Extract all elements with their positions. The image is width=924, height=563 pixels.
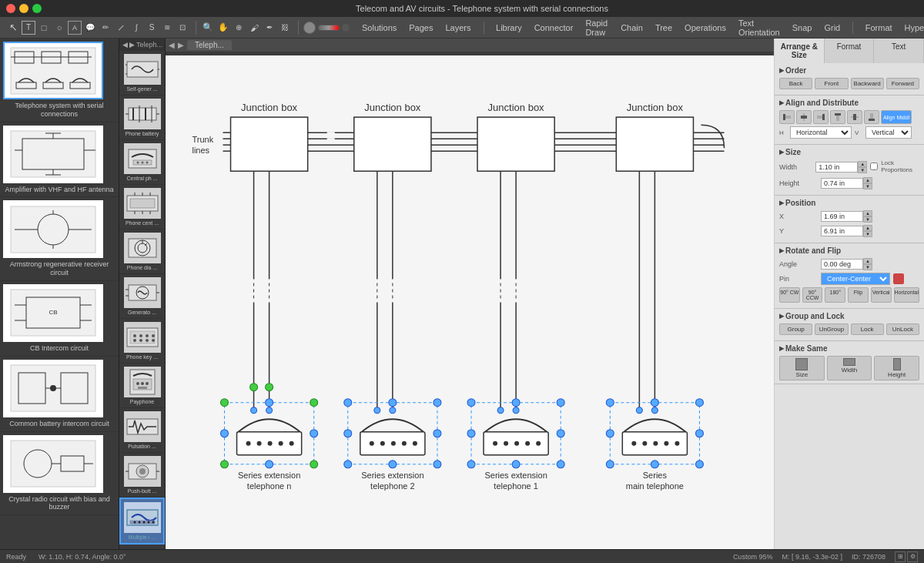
color-dot[interactable] bbox=[342, 24, 350, 32]
grid-nav[interactable]: Grid bbox=[824, 23, 840, 32]
thumbnail-3[interactable]: Armstrong regenerative receiver circuit bbox=[0, 197, 119, 281]
lock-btn[interactable]: Lock bbox=[851, 323, 884, 335]
flip-horizontal[interactable]: Horizontal bbox=[894, 287, 920, 303]
forward-arrow[interactable]: ▶ bbox=[129, 41, 135, 49]
group-btn[interactable]: Group bbox=[779, 323, 812, 335]
comp-phone-battery[interactable]: Phone battery bbox=[119, 96, 165, 140]
expand-icon[interactable]: ⊞ bbox=[895, 551, 906, 562]
chain-nav[interactable]: Chain bbox=[621, 23, 643, 32]
settings-icon[interactable]: ⚙ bbox=[907, 551, 918, 562]
canvas-tab-label[interactable]: Teleph... bbox=[187, 40, 232, 50]
curve-tool[interactable]: ∫ bbox=[129, 21, 143, 35]
unlock-btn[interactable]: UnLock bbox=[886, 323, 919, 335]
pointer-tool[interactable]: ↖ bbox=[6, 21, 20, 35]
connector-nav[interactable]: Connector bbox=[534, 23, 574, 32]
comp-payphone[interactable]: Payphone bbox=[119, 364, 165, 408]
angle-down[interactable]: ▼ bbox=[863, 264, 872, 270]
align-bottom[interactable] bbox=[864, 110, 879, 124]
tab-text[interactable]: Text bbox=[874, 39, 924, 63]
y-up[interactable]: ▲ bbox=[863, 225, 872, 231]
align-right[interactable] bbox=[813, 110, 829, 124]
layers-nav[interactable]: Layers bbox=[445, 23, 470, 32]
comp-phone-key[interactable]: Phone key ... bbox=[119, 319, 165, 364]
comp-multiple[interactable]: Multiple i ... bbox=[119, 498, 165, 545]
comp-pulsation[interactable]: Pulsation ... bbox=[119, 408, 165, 453]
flip-btn[interactable]: Flip bbox=[848, 287, 869, 303]
hypernote-nav[interactable]: Hypernote bbox=[905, 23, 924, 32]
make-same-width[interactable]: Width bbox=[827, 356, 872, 380]
hand-tool[interactable]: ✋ bbox=[216, 21, 230, 35]
flip-vertical[interactable]: Vertical bbox=[871, 287, 892, 303]
x-down[interactable]: ▼ bbox=[863, 216, 872, 223]
ungroup-btn[interactable]: UnGroup bbox=[815, 323, 848, 335]
forward-button[interactable]: Forward bbox=[886, 78, 919, 89]
canvas-drawing[interactable]: Junction box Junction box Junction box J… bbox=[166, 55, 774, 549]
rotate-collapse-icon[interactable]: ▶ bbox=[779, 247, 784, 254]
x-input[interactable] bbox=[821, 211, 863, 222]
text-orientation-nav[interactable]: Text Orientation bbox=[738, 18, 780, 37]
back-nav[interactable]: ◀ bbox=[169, 41, 175, 49]
fill-color[interactable] bbox=[318, 25, 340, 31]
library-nav[interactable]: Library bbox=[496, 23, 522, 32]
minimize-button[interactable] bbox=[19, 4, 28, 13]
comp-self-generator[interactable]: Self-gener ... bbox=[119, 51, 165, 96]
line-tool[interactable]: ─ bbox=[111, 18, 130, 37]
thumbnail-2[interactable]: Amplifier with VHF and HF antenna bbox=[0, 122, 119, 198]
back-button[interactable]: Back bbox=[779, 78, 812, 89]
height-up[interactable]: ▲ bbox=[863, 177, 872, 183]
paint-tool[interactable]: 🖌 bbox=[247, 21, 261, 35]
forward-nav[interactable]: ▶ bbox=[178, 41, 184, 49]
rotate-180[interactable]: 180° bbox=[825, 287, 845, 303]
tree-nav[interactable]: Tree bbox=[655, 23, 672, 32]
maximize-button[interactable] bbox=[32, 4, 42, 13]
lock-proportions-checkbox[interactable] bbox=[870, 163, 878, 170]
thumbnail-6[interactable]: Crystal radio circuit with bias and buzz… bbox=[0, 432, 119, 516]
width-down[interactable]: ▼ bbox=[858, 167, 867, 173]
pin-reset[interactable] bbox=[893, 273, 904, 284]
h-distribute-select[interactable]: Horizontal bbox=[790, 126, 852, 139]
make-same-size[interactable]: Size bbox=[779, 356, 825, 380]
text-box-tool[interactable]: A bbox=[68, 21, 82, 35]
solutions-nav[interactable]: Solutions bbox=[362, 23, 397, 32]
align-top[interactable] bbox=[830, 110, 845, 124]
pages-nav[interactable]: Pages bbox=[409, 23, 433, 32]
ms-collapse-icon[interactable]: ▶ bbox=[779, 345, 784, 352]
comp-phone-dia[interactable]: Phone dia ... bbox=[119, 230, 165, 274]
make-same-height[interactable]: Height bbox=[874, 356, 919, 380]
height-input[interactable] bbox=[821, 178, 863, 189]
pencil-tool[interactable]: ✒ bbox=[263, 21, 276, 35]
rect-tool[interactable]: □ bbox=[37, 21, 51, 35]
width-up[interactable]: ▲ bbox=[858, 161, 867, 167]
height-down[interactable]: ▼ bbox=[863, 183, 872, 189]
tab-format[interactable]: Format bbox=[825, 39, 875, 63]
back-arrow[interactable]: ◀ bbox=[122, 41, 128, 49]
tab-arrange-size[interactable]: Arrange & Size bbox=[775, 39, 825, 63]
stroke-color[interactable] bbox=[303, 22, 316, 34]
rotate-90ccw[interactable]: 90° CCW bbox=[802, 287, 823, 303]
y-down[interactable]: ▼ bbox=[863, 231, 872, 237]
close-button[interactable] bbox=[6, 4, 15, 13]
freehand-tool[interactable]: ≋ bbox=[160, 21, 174, 35]
bezier-tool[interactable]: S bbox=[145, 21, 159, 35]
pin-select[interactable]: Center-Center bbox=[821, 273, 890, 285]
link-tool[interactable]: ⛓ bbox=[278, 21, 292, 35]
y-input[interactable] bbox=[821, 226, 863, 236]
size-collapse-icon[interactable]: ▶ bbox=[779, 149, 784, 156]
comp-push-button[interactable]: Push-butt ... bbox=[119, 453, 165, 498]
text-tool[interactable]: T bbox=[22, 21, 35, 35]
front-button[interactable]: Front bbox=[815, 78, 848, 89]
align-middle-active[interactable]: Align Middl bbox=[881, 110, 912, 124]
group-collapse-icon[interactable]: ▶ bbox=[779, 313, 784, 320]
angle-up[interactable]: ▲ bbox=[863, 258, 872, 264]
rapid-draw-nav[interactable]: Rapid Draw bbox=[585, 18, 608, 37]
circle-tool[interactable]: ○ bbox=[52, 21, 66, 35]
align-left[interactable] bbox=[779, 110, 795, 124]
backward-button[interactable]: Backward bbox=[851, 78, 884, 89]
pos-collapse-icon[interactable]: ▶ bbox=[779, 199, 784, 206]
connect-tool[interactable]: ⊕ bbox=[232, 21, 246, 35]
comp-central-phone[interactable]: Central ph ... bbox=[119, 140, 165, 185]
operations-nav[interactable]: Operations bbox=[685, 23, 726, 32]
align-collapse-icon[interactable]: ▶ bbox=[779, 99, 784, 106]
comp-phone-cent[interactable]: Phone cent ... bbox=[119, 185, 165, 230]
comp-generator[interactable]: Generato ... bbox=[119, 274, 165, 319]
